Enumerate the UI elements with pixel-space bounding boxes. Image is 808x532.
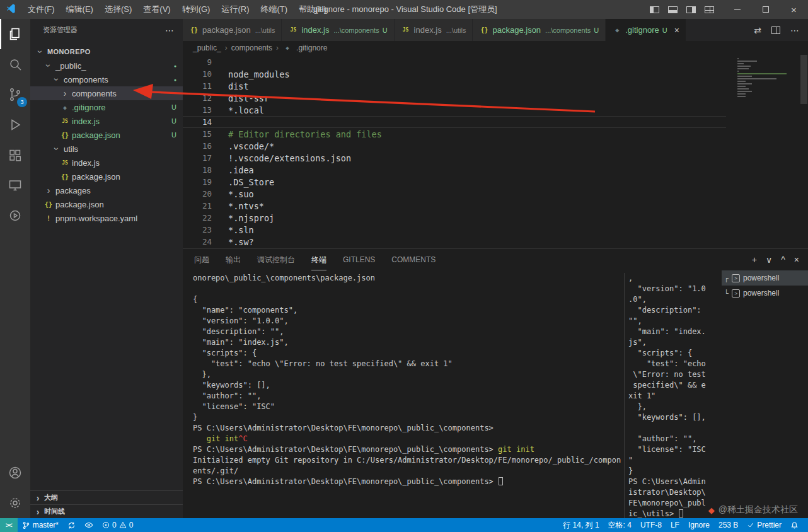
- editor-tab-index-js[interactable]: JSindex.js...\utils: [395, 19, 473, 41]
- more-actions-icon[interactable]: ⋯: [165, 25, 174, 35]
- code-line[interactable]: 14: [183, 116, 726, 128]
- toggle-sidebar-icon[interactable]: [650, 6, 659, 13]
- breadcrumb-item-gitignore[interactable]: .gitignore: [296, 43, 327, 52]
- minimize-button[interactable]: [723, 0, 751, 19]
- toggle-panel-icon[interactable]: [668, 6, 678, 13]
- code-line[interactable]: 12dist-ssr: [183, 92, 726, 104]
- editor-tab-package-json[interactable]: {}package.json...\utils: [183, 19, 282, 41]
- breadcrumb-item-components[interactable]: components: [231, 43, 272, 52]
- menu-item-h[interactable]: 帮助(H): [293, 0, 332, 19]
- breadcrumb-item-public[interactable]: _public_: [193, 43, 221, 52]
- tree-item-gitignore[interactable]: ◆.gitignoreU: [30, 100, 183, 114]
- accounts-icon[interactable]: [0, 458, 30, 488]
- tree-item-components[interactable]: ›components: [30, 86, 183, 100]
- panel-tab-4[interactable]: GITLENS: [343, 249, 375, 270]
- terminal-output-right[interactable]: , "version": "1.0.0", "description":"", …: [624, 273, 720, 518]
- split-editor-icon[interactable]: [771, 26, 780, 34]
- code-line[interactable]: 10node_modules: [183, 68, 726, 80]
- explorer-view-icon[interactable]: [0, 19, 30, 49]
- timeline-section[interactable]: › 时间线: [30, 504, 183, 518]
- menu-item-r[interactable]: 运行(R): [216, 0, 255, 19]
- menu-item-t[interactable]: 终端(T): [255, 0, 293, 19]
- code-line[interactable]: 17!.vscode/extensions.json: [183, 152, 726, 164]
- code-line[interactable]: 13*.local: [183, 104, 726, 116]
- terminal-list-item[interactable]: ┌>powershell: [722, 270, 808, 286]
- open-changes-icon[interactable]: ⇄: [754, 25, 761, 35]
- tree-item-utils[interactable]: ›utils: [30, 142, 183, 156]
- gitlens-blame-toggle[interactable]: [80, 518, 98, 532]
- editor-tab-package-json[interactable]: {}package.json...\componentsU: [473, 19, 606, 41]
- language-mode[interactable]: Ignore: [684, 518, 714, 532]
- problems-indicator[interactable]: 00: [98, 518, 137, 532]
- more-actions-icon[interactable]: ⋯: [790, 25, 799, 35]
- search-view-icon[interactable]: [0, 49, 30, 79]
- tree-item-packages[interactable]: ›packages: [30, 183, 183, 197]
- terminal-output-left[interactable]: onorepo\_public_\components\package.json…: [193, 273, 628, 487]
- notifications-bell[interactable]: [786, 518, 803, 532]
- panel-tab-1[interactable]: 输出: [226, 249, 241, 270]
- maximize-button[interactable]: [751, 0, 780, 19]
- tree-item-pnpm-workspace-yaml[interactable]: !pnpm-workspace.yaml: [30, 211, 183, 225]
- outline-section[interactable]: › 大纲: [30, 490, 183, 504]
- panel-tab-3[interactable]: 终端: [311, 249, 326, 270]
- code-line[interactable]: 21*.ntvs*: [183, 200, 726, 212]
- line-number: 11: [183, 81, 212, 91]
- file-size[interactable]: 253 B: [714, 518, 742, 532]
- panel-tab-5[interactable]: COMMENTS: [391, 249, 436, 270]
- code-line[interactable]: 20*.suo: [183, 188, 726, 200]
- minimap[interactable]: [737, 58, 798, 97]
- toggle-secondary-sidebar-icon[interactable]: [686, 6, 696, 13]
- code-line[interactable]: 23*.sln: [183, 224, 726, 236]
- editor-scrollbar[interactable]: [800, 55, 807, 104]
- code-line[interactable]: 15# Editor directories and files: [183, 128, 726, 140]
- code-line[interactable]: 22*.njsproj: [183, 212, 726, 224]
- panel-tab-0[interactable]: 问题: [194, 249, 209, 270]
- code-line[interactable]: 24*.sw?: [183, 236, 726, 248]
- close-window-button[interactable]: ×: [780, 0, 808, 19]
- code-line[interactable]: 18.idea: [183, 164, 726, 176]
- tree-item-index-js[interactable]: JSindex.jsU: [30, 114, 183, 128]
- eol[interactable]: LF: [666, 518, 684, 532]
- close-tab-icon[interactable]: ×: [674, 25, 679, 35]
- terminal-list-item[interactable]: └>powershell: [722, 286, 808, 301]
- menu-item-f[interactable]: 文件(F): [22, 0, 61, 19]
- branch-indicator[interactable]: master*: [18, 518, 63, 532]
- encoding[interactable]: UTF-8: [636, 518, 666, 532]
- code-line[interactable]: 11dist: [183, 80, 726, 92]
- remote-indicator[interactable]: ><: [0, 518, 18, 532]
- maximize-panel-icon[interactable]: ^: [781, 255, 785, 265]
- editor-tab-gitignore[interactable]: ◆.gitignoreU×: [606, 19, 686, 41]
- indentation[interactable]: 空格: 4: [604, 518, 636, 532]
- code-editor[interactable]: 910node_modules11dist12dist-ssr13*.local…: [183, 55, 808, 248]
- tree-item-package-json[interactable]: {}package.json: [30, 197, 183, 211]
- live-server-view-icon[interactable]: [0, 200, 30, 231]
- eye-icon: [84, 521, 93, 529]
- menu-item-e[interactable]: 编辑(E): [61, 0, 99, 19]
- remote-explorer-view-icon[interactable]: [0, 170, 30, 200]
- tree-item-package-json[interactable]: {}package.json: [30, 170, 183, 183]
- customize-layout-icon[interactable]: [705, 6, 714, 13]
- menu-item-g[interactable]: 转到(G): [176, 0, 216, 19]
- new-terminal-icon[interactable]: +: [752, 255, 757, 265]
- extensions-view-icon[interactable]: [0, 140, 30, 170]
- settings-gear-icon[interactable]: [0, 488, 30, 518]
- tree-item-index-js[interactable]: JSindex.js: [30, 156, 183, 170]
- prettier-indicator[interactable]: Prettier: [742, 518, 786, 532]
- sync-button[interactable]: [63, 518, 80, 532]
- tree-item-package-json[interactable]: {}package.jsonU: [30, 128, 183, 142]
- cursor-position[interactable]: 行 14, 列 1: [558, 518, 603, 532]
- panel-tab-2[interactable]: 调试控制台: [257, 249, 295, 270]
- run-debug-view-icon[interactable]: [0, 110, 30, 140]
- code-line[interactable]: 9: [183, 56, 726, 68]
- close-panel-icon[interactable]: ×: [794, 255, 799, 265]
- tree-item-monorepo[interactable]: ›MONOREPO: [30, 45, 183, 59]
- code-line[interactable]: 16.vscode/*: [183, 140, 726, 152]
- editor-tab-index-js[interactable]: JSindex.js...\componentsU: [282, 19, 394, 41]
- tree-item-public[interactable]: ›_public_●: [30, 59, 183, 72]
- code-line[interactable]: 19.DS_Store: [183, 176, 726, 188]
- menu-item-s[interactable]: 选择(S): [99, 0, 137, 19]
- terminal-dropdown-icon[interactable]: ∨: [766, 255, 772, 265]
- menu-item-v[interactable]: 查看(V): [137, 0, 176, 19]
- source-control-view-icon[interactable]: 3: [0, 79, 30, 110]
- tree-item-components[interactable]: ›components●: [30, 72, 183, 86]
